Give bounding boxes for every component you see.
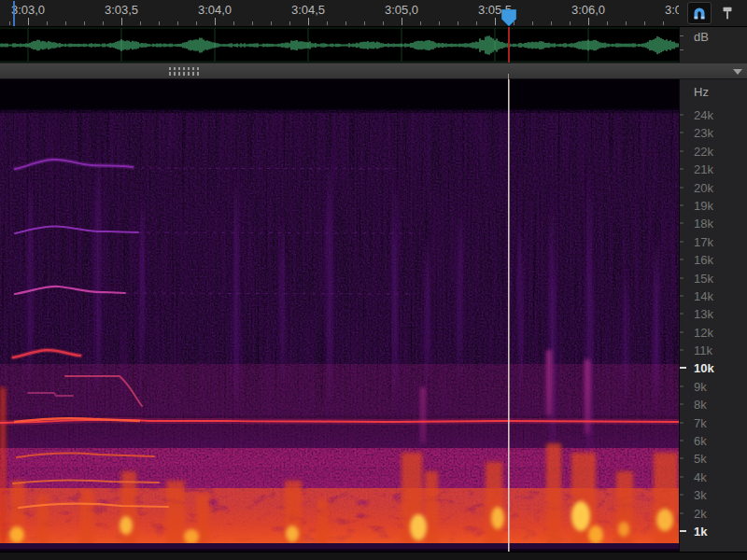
ruler-tick — [458, 21, 458, 25]
freq-scale-label: 5k — [694, 452, 707, 466]
spectrogram-image — [0, 79, 679, 552]
freq-scale-tick — [680, 495, 684, 496]
ruler-tick — [532, 21, 533, 25]
freq-scale-tick — [680, 458, 684, 459]
ruler-tick — [271, 21, 272, 25]
freq-scale-tick — [680, 530, 686, 532]
freq-scale-tick — [680, 422, 684, 423]
freq-scale-tick — [680, 133, 684, 133]
freq-scale-label: 9k — [694, 379, 707, 393]
ruler-tick — [626, 21, 627, 25]
amplitude-scale-sidebar: dB — [679, 27, 747, 63]
ruler-tick — [28, 18, 29, 25]
ruler-tick — [607, 21, 608, 25]
ruler-tick — [177, 21, 178, 25]
ruler-tick — [121, 18, 122, 25]
freq-scale-tick — [680, 187, 684, 188]
ruler-toolbar — [679, 0, 747, 27]
marker-pin-button[interactable] — [715, 2, 740, 24]
freq-scale-label: 10k — [694, 361, 714, 375]
snap-toggle-button[interactable] — [687, 2, 712, 24]
ruler-tick — [327, 21, 328, 25]
freq-scale-label: 19k — [694, 198, 713, 212]
ruler-tick — [252, 21, 253, 25]
frequency-scale-sidebar: Hz 24k23k22k21k20k19k18k17k16k15k14k13k1… — [679, 79, 747, 552]
ruler-tick — [196, 21, 197, 25]
freq-scale-label: 4k — [694, 469, 707, 483]
playhead-marker[interactable] — [501, 9, 516, 27]
freq-scale-label: 11k — [694, 343, 712, 357]
ruler-tick — [308, 18, 309, 25]
ruler-time-label: 3:06,0 — [571, 3, 605, 17]
db-scale-tick — [680, 49, 684, 50]
freq-scale-tick — [680, 223, 684, 224]
freq-scale-label: 13k — [694, 307, 713, 321]
freq-scale-label: 7k — [694, 415, 707, 429]
ruler-tick — [84, 21, 85, 25]
freq-scale-label: 18k — [694, 217, 713, 231]
freq-scale-tick — [680, 277, 684, 278]
ruler-tick — [345, 21, 346, 25]
ruler-tick — [65, 21, 66, 25]
waveform-overview[interactable] — [0, 27, 679, 63]
db-scale-tick — [680, 35, 684, 36]
freq-scale-label: 12k — [694, 325, 713, 339]
freq-scale-label: 3k — [694, 488, 707, 502]
ruler-tick — [402, 18, 402, 25]
freq-scale-tick — [680, 241, 684, 242]
ruler-time-label: 3:05,0 — [385, 3, 418, 17]
time-ruler[interactable]: 3:03,03:03,53:04,03:04,53:05,03:05,53:06… — [0, 0, 679, 27]
freq-scale-tick — [680, 476, 684, 477]
freq-scale-label: 21k — [694, 162, 713, 176]
freq-scale-label: 1k — [694, 524, 707, 538]
ruler-tick — [140, 21, 141, 25]
freq-scale-label: 23k — [694, 126, 713, 140]
ruler-time-label: 3:04,0 — [198, 3, 232, 17]
freq-scale-label: 14k — [694, 288, 713, 302]
freq-scale-tick — [680, 441, 684, 441]
panel-bottom-bar — [0, 552, 747, 560]
ruler-tick — [439, 21, 440, 25]
divider-grip-handle[interactable] — [169, 67, 201, 76]
ruler-tick — [551, 21, 552, 25]
ruler-tick — [420, 21, 421, 25]
freq-scale-tick — [680, 259, 684, 260]
ruler-tick — [663, 21, 664, 25]
ruler-tick — [47, 21, 48, 25]
freq-scale-tick — [680, 331, 684, 332]
freq-scale-label: 22k — [694, 144, 713, 158]
marker-pin-icon — [719, 5, 736, 21]
ruler-tick — [233, 21, 234, 25]
freq-scale-tick — [680, 204, 684, 205]
ruler-time-label: 3:04,5 — [291, 3, 325, 17]
audio-editor-window: 3:03,03:03,53:04,03:04,53:05,03:05,53:06… — [0, 0, 747, 560]
freq-scale-tick — [680, 169, 684, 170]
chevron-down-icon[interactable] — [733, 69, 742, 75]
ruler-time-label: 3:03,5 — [105, 3, 138, 17]
panel-divider-bar — [0, 63, 747, 79]
freq-scale-label: 15k — [694, 271, 713, 285]
ruler-tick — [476, 21, 477, 25]
ruler-tick — [215, 18, 216, 25]
ruler-time-label: 3:06,5 — [665, 3, 679, 17]
ruler-tick — [570, 21, 571, 25]
freq-scale-label: 8k — [694, 398, 707, 412]
freq-scale-label: 17k — [694, 234, 713, 248]
ruler-tick — [383, 21, 384, 25]
freq-scale-label: 16k — [694, 253, 713, 267]
freq-scale-tick — [680, 350, 684, 351]
ruler-tick — [588, 18, 589, 25]
selection-start-tick — [13, 1, 15, 26]
freq-scale-tick — [680, 404, 684, 405]
ruler-tick — [364, 21, 365, 25]
ruler-tick — [289, 21, 290, 25]
hz-unit-label: Hz — [694, 85, 709, 99]
ruler-tick — [644, 21, 645, 25]
freq-scale-tick — [680, 314, 684, 315]
freq-scale-label: 6k — [694, 434, 707, 448]
spectrogram-display[interactable] — [0, 79, 679, 552]
freq-scale-tick — [680, 150, 684, 151]
playhead-waveform-line — [508, 27, 510, 63]
ruler-time-label: 3:03,0 — [11, 3, 45, 17]
playhead-spectrogram-line — [508, 79, 510, 552]
